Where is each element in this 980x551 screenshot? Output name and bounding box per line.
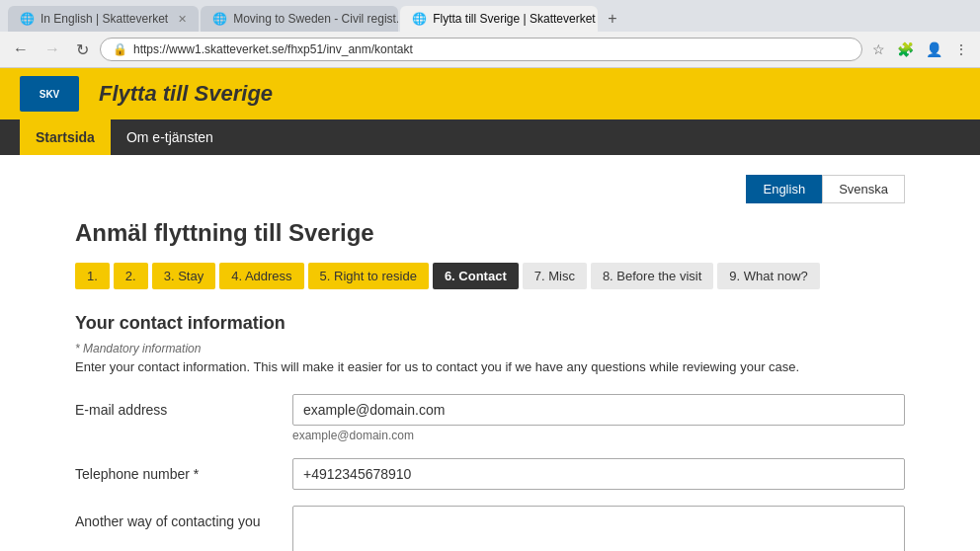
reload-button[interactable]: ↻ <box>71 39 94 61</box>
step-5-label: 5. Right to reside <box>320 269 417 283</box>
page-title: Anmäl flyttning till Sverige <box>75 219 905 247</box>
step-4-label: 4. Address <box>231 269 291 283</box>
tab-1-label: In English | Skatteverket <box>41 12 168 26</box>
step-7-label: 7. Misc <box>534 269 575 283</box>
email-hint: example@domain.com <box>292 429 905 442</box>
step-2[interactable]: 2. <box>114 263 148 289</box>
email-input[interactable] <box>292 394 905 426</box>
tab-1[interactable]: 🌐 In English | Skatteverket ✕ <box>8 6 199 32</box>
nav-bar: Startsida Om e-tjänsten <box>0 119 980 155</box>
site-logo: SKV <box>20 76 79 112</box>
mandatory-note: * Mandatory information <box>75 342 905 355</box>
startsida-button[interactable]: Startsida <box>20 119 111 155</box>
account-button[interactable]: 👤 <box>922 39 946 59</box>
step-5[interactable]: 5. Right to reside <box>308 263 429 289</box>
svenska-button[interactable]: Svenska <box>822 175 905 203</box>
tab-2-favicon: 🌐 <box>212 12 227 26</box>
security-icon: 🔒 <box>113 42 127 56</box>
english-button[interactable]: English <box>746 175 822 203</box>
new-tab-button[interactable]: + <box>600 6 624 32</box>
other-contact-field-wrapper <box>292 506 905 551</box>
step-1-label: 1. <box>87 269 98 283</box>
email-field-wrapper: example@domain.com <box>292 394 905 442</box>
tab-2[interactable]: 🌐 Moving to Sweden - Civil regist... ✕ <box>201 6 398 32</box>
step-2-label: 2. <box>125 269 136 283</box>
tab-2-label: Moving to Sweden - Civil regist... <box>233 12 398 26</box>
tab-3-favicon: 🌐 <box>412 12 427 26</box>
step-9[interactable]: 9. What now? <box>717 263 820 289</box>
tab-3-label: Flytta till Sverige | Skatteverket <box>433 12 596 26</box>
step-4[interactable]: 4. Address <box>219 263 303 289</box>
email-label: E-mail address <box>75 394 292 418</box>
other-contact-textarea[interactable] <box>292 506 905 551</box>
step-8[interactable]: 8. Before the visit <box>591 263 713 289</box>
forward-button[interactable]: → <box>40 39 65 60</box>
menu-button[interactable]: ⋮ <box>950 39 972 59</box>
site-title: Flytta till Sverige <box>99 81 273 107</box>
site-header: SKV Flytta till Sverige <box>0 68 980 119</box>
step-3[interactable]: 3. Stay <box>152 263 215 289</box>
other-contact-label: Another way of contacting you <box>75 506 292 529</box>
step-6-label: 6. Contact <box>445 269 507 283</box>
email-group: E-mail address example@domain.com <box>75 394 905 442</box>
step-8-label: 8. Before the visit <box>603 269 701 283</box>
tab-3[interactable]: 🌐 Flytta till Sverige | Skatteverket ✕ <box>400 6 598 32</box>
phone-input[interactable] <box>292 458 905 490</box>
browser-toolbar: ← → ↻ 🔒 https://www1.skatteverket.se/fhx… <box>0 32 980 68</box>
step-6[interactable]: 6. Contact <box>433 263 519 289</box>
browser-chrome: 🌐 In English | Skatteverket ✕ 🌐 Moving t… <box>0 0 980 32</box>
browser-actions: ☆ 🧩 👤 ⋮ <box>868 39 972 59</box>
browser-tabs: 🌐 In English | Skatteverket ✕ 🌐 Moving t… <box>8 6 972 32</box>
page-wrapper: SKV Flytta till Sverige Startsida Om e-t… <box>0 68 980 551</box>
logo-text: SKV <box>40 89 60 100</box>
om-etjansten-link[interactable]: Om e-tjänsten <box>111 119 229 155</box>
section-desc: Enter your contact information. This wil… <box>75 359 905 374</box>
address-text: https://www1.skatteverket.se/fhxp51/inv_… <box>133 42 850 56</box>
extensions-button[interactable]: 🧩 <box>893 39 918 59</box>
language-toggle: English Svenska <box>75 175 905 203</box>
step-3-label: 3. Stay <box>164 269 204 283</box>
section-title: Your contact information <box>75 313 905 334</box>
tab-1-close[interactable]: ✕ <box>178 13 187 26</box>
star-button[interactable]: ☆ <box>868 39 889 59</box>
phone-field-wrapper <box>292 458 905 490</box>
step-9-label: 9. What now? <box>729 269 808 283</box>
back-button[interactable]: ← <box>8 39 34 60</box>
phone-group: Telephone number * <box>75 458 905 490</box>
step-1[interactable]: 1. <box>75 263 110 289</box>
address-bar[interactable]: 🔒 https://www1.skatteverket.se/fhxp51/in… <box>100 38 862 61</box>
steps-nav: 1. 2. 3. Stay 4. Address 5. Right to res… <box>75 263 905 289</box>
step-7[interactable]: 7. Misc <box>523 263 587 289</box>
other-contact-group: Another way of contacting you <box>75 506 905 551</box>
phone-label: Telephone number * <box>75 458 292 482</box>
tab-1-favicon: 🌐 <box>20 12 35 26</box>
main-content: English Svenska Anmäl flyttning till Sve… <box>45 155 935 551</box>
